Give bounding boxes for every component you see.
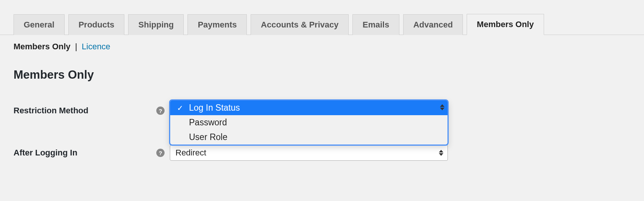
dropdown-option-label: Log In Status: [189, 103, 240, 113]
settings-form: Restriction Method ? ✓ Log In Status Pas…: [14, 106, 644, 161]
tab-members-only[interactable]: Members Only: [467, 14, 544, 35]
tab-emails[interactable]: Emails: [352, 14, 399, 35]
label-restriction-method: Restriction Method: [14, 106, 156, 116]
subnav-separator: |: [75, 42, 77, 51]
select-value: Redirect: [175, 148, 206, 158]
select-arrows-icon: [438, 150, 444, 156]
tab-advanced[interactable]: Advanced: [403, 14, 463, 35]
dropdown-option-log-in-status[interactable]: ✓ Log In Status: [170, 100, 447, 115]
help-icon[interactable]: ?: [156, 107, 165, 115]
after-logging-in-select[interactable]: Redirect: [170, 145, 448, 161]
select-box[interactable]: Redirect: [170, 145, 448, 161]
help-icon[interactable]: ?: [156, 149, 165, 157]
tab-accounts-privacy[interactable]: Accounts & Privacy: [251, 14, 349, 35]
subnav-licence-link[interactable]: Licence: [82, 42, 110, 51]
dropdown-option-password[interactable]: Password: [170, 115, 447, 130]
tab-general[interactable]: General: [14, 14, 65, 35]
dropdown-menu: ✓ Log In Status Password User Role: [170, 100, 448, 145]
tabs-bar: General Products Shipping Payments Accou…: [0, 0, 644, 35]
subnav-current: Members Only: [14, 42, 71, 51]
check-icon: ✓: [177, 104, 183, 113]
tab-products[interactable]: Products: [68, 14, 124, 35]
subnav: Members Only | Licence: [0, 35, 644, 52]
label-after-logging-in: After Logging In: [14, 148, 156, 158]
dropdown-option-user-role[interactable]: User Role: [170, 130, 447, 145]
dropdown-option-label: User Role: [189, 132, 227, 142]
page-heading: Members Only: [0, 52, 644, 82]
tab-shipping[interactable]: Shipping: [128, 14, 184, 35]
field-row-restriction-method: Restriction Method ? ✓ Log In Status Pas…: [14, 106, 644, 116]
dropdown-option-label: Password: [189, 117, 227, 127]
field-row-after-logging-in: After Logging In ? Redirect: [14, 145, 644, 161]
tab-payments[interactable]: Payments: [187, 14, 247, 35]
select-arrows-icon: [437, 100, 447, 114]
